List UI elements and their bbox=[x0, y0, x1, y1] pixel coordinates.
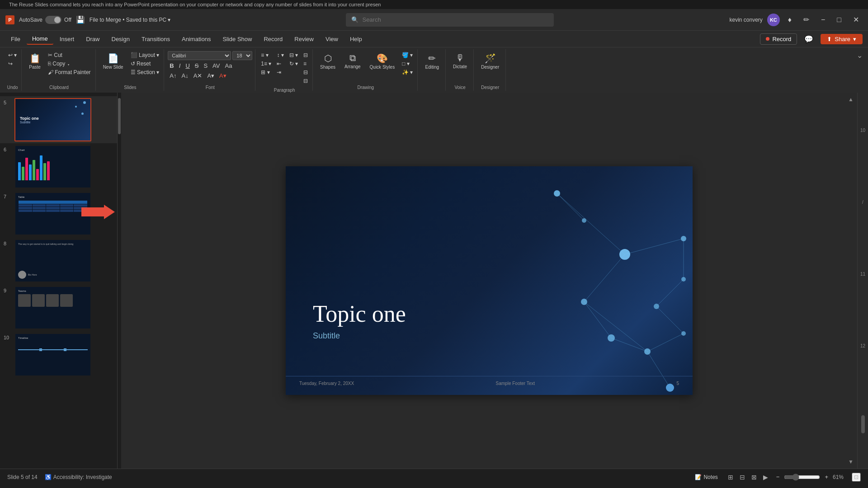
change-case-button[interactable]: Aa bbox=[223, 61, 234, 70]
slide-item-5[interactable]: 5 Topic one Subtitle bbox=[0, 96, 117, 143]
new-slide-button[interactable]: 📄 New Slide bbox=[99, 51, 127, 71]
italic-button[interactable]: I bbox=[177, 61, 183, 70]
voice-label: Voice bbox=[454, 84, 465, 91]
tab-slideshow[interactable]: Slide Show bbox=[217, 34, 257, 44]
slides-scroll-thumb[interactable] bbox=[118, 98, 121, 134]
zoom-slider[interactable] bbox=[784, 474, 820, 481]
maximize-button[interactable]: □ bbox=[833, 14, 845, 26]
close-button[interactable]: ✕ bbox=[849, 14, 863, 26]
pen-icon[interactable]: ✏ bbox=[800, 14, 813, 26]
indent-decrease-button[interactable]: ⇤ bbox=[275, 60, 285, 68]
normal-view-button[interactable]: ⊞ bbox=[725, 472, 736, 483]
ribbon-expand[interactable]: ⌄ bbox=[855, 49, 864, 91]
scroll-down-btn[interactable]: ▼ bbox=[848, 459, 854, 465]
right-panel-num: / bbox=[862, 200, 863, 205]
copy-button[interactable]: ⎘ Copy ▾ bbox=[46, 60, 93, 68]
group-paragraph: ≡ ▾ 1≡ ▾ ⊞ ▾ ↕ ▾ ⇤ ⇥ ⊟ ▾ ↻ ▾ ⊟ ≡ ⊟ ⊟ Par… bbox=[256, 49, 313, 91]
undo-button[interactable]: ↩ ▾ bbox=[6, 51, 19, 59]
scroll-up-btn[interactable]: ▲ bbox=[848, 96, 854, 103]
tab-insert[interactable]: Insert bbox=[54, 34, 80, 44]
slides-scrollbar[interactable] bbox=[118, 93, 121, 469]
font-family-select[interactable]: Calibri bbox=[168, 51, 231, 60]
share-button[interactable]: ⬆ Share ▾ bbox=[821, 34, 863, 44]
bold-button[interactable]: B bbox=[168, 61, 175, 70]
underline-button[interactable]: U bbox=[184, 61, 191, 70]
autosave-toggle[interactable] bbox=[45, 16, 61, 24]
slideshow-view-button[interactable]: ▶ bbox=[760, 472, 771, 483]
slide-item-9[interactable]: 9 Teams bbox=[0, 284, 117, 331]
slide-num-7: 7 bbox=[4, 192, 11, 199]
grow-font-button[interactable]: A↑ bbox=[168, 71, 178, 80]
strikethrough-button[interactable]: S bbox=[193, 61, 201, 70]
layout-button[interactable]: ⬛ Layout ▾ bbox=[129, 51, 161, 59]
shadow-button[interactable]: S bbox=[202, 61, 209, 70]
columns-button[interactable]: ⊞ ▾ bbox=[259, 68, 273, 76]
comments-icon[interactable]: 💬 bbox=[801, 33, 817, 45]
font-color-button[interactable]: A▾ bbox=[217, 71, 228, 80]
accessibility-button[interactable]: ♿ Accessibility: Investigate bbox=[45, 474, 112, 480]
format-painter-button[interactable]: 🖌 Format Painter bbox=[46, 68, 93, 76]
thumb-10-timeline bbox=[18, 348, 88, 351]
align-left-button[interactable]: ⊟ bbox=[302, 51, 310, 59]
tab-help[interactable]: Help bbox=[344, 34, 368, 44]
shapes-button[interactable]: ⬡ Shapes bbox=[316, 51, 339, 71]
tab-home[interactable]: Home bbox=[27, 33, 53, 45]
slide-item-8[interactable]: 8 The way to get started is to quit talk… bbox=[0, 237, 117, 284]
tab-record[interactable]: Record bbox=[258, 34, 288, 44]
tab-transitions[interactable]: Transitions bbox=[136, 34, 175, 44]
tab-review[interactable]: Review bbox=[289, 34, 319, 44]
slide-item-6[interactable]: 6 Chart bbox=[0, 143, 117, 190]
designer-button[interactable]: 🪄 Designer bbox=[477, 51, 503, 71]
numbering-button[interactable]: 1≡ ▾ bbox=[259, 60, 273, 68]
para-col-1: ≡ ▾ 1≡ ▾ ⊞ ▾ bbox=[259, 51, 273, 76]
tab-animations[interactable]: Animations bbox=[176, 34, 216, 44]
tab-draw[interactable]: Draw bbox=[80, 34, 105, 44]
slide-item-10[interactable]: 10 Timeline bbox=[0, 331, 117, 378]
user-avatar[interactable]: KC bbox=[767, 14, 780, 26]
section-button[interactable]: ☰ Section ▾ bbox=[129, 68, 161, 76]
text-direction-button[interactable]: ⊟ ▾ bbox=[288, 51, 300, 59]
font-size-select[interactable]: 18 bbox=[232, 51, 252, 60]
tab-design[interactable]: Design bbox=[106, 34, 135, 44]
shape-effects-button[interactable]: ✨ ▾ bbox=[400, 68, 415, 76]
indent-increase-button[interactable]: ⇥ bbox=[275, 68, 285, 76]
quick-styles-button[interactable]: 🎨 Quick Styles bbox=[366, 51, 399, 71]
slide-num-5: 5 bbox=[4, 98, 11, 105]
arrange-button[interactable]: ⧉ Arrange bbox=[341, 51, 364, 71]
notes-button[interactable]: 📝 Notes bbox=[691, 472, 721, 482]
tab-file[interactable]: File bbox=[5, 34, 26, 44]
clear-format-button[interactable]: A✕ bbox=[192, 71, 204, 80]
shrink-font-button[interactable]: A↓ bbox=[180, 71, 190, 80]
highlight-button[interactable]: A▾ bbox=[205, 71, 216, 80]
diamond-icon[interactable]: ♦ bbox=[784, 14, 795, 26]
shape-outline-button[interactable]: □ ▾ bbox=[400, 60, 415, 68]
paste-button[interactable]: 📋 Paste bbox=[25, 51, 44, 71]
record-button[interactable]: Record bbox=[760, 33, 797, 45]
justify-button[interactable]: ⊟ bbox=[302, 77, 310, 85]
editing-button[interactable]: ✏ Editing bbox=[421, 51, 443, 71]
zoom-fit-button[interactable]: ⊡ bbox=[852, 473, 861, 482]
line-spacing-button[interactable]: ↕ ▾ bbox=[275, 51, 285, 59]
zoom-in-button[interactable]: + bbox=[823, 473, 830, 481]
save-icon[interactable]: 💾 bbox=[76, 15, 85, 24]
svg-line-11 bbox=[656, 306, 684, 333]
bullets-button[interactable]: ≡ ▾ bbox=[259, 51, 273, 59]
cut-button[interactable]: ✂ Cut bbox=[46, 51, 93, 59]
shape-fill-button[interactable]: 🪣 ▾ bbox=[400, 51, 415, 59]
dictate-button[interactable]: 🎙 Dictate bbox=[449, 51, 471, 71]
align-center-button[interactable]: ≡ bbox=[302, 60, 310, 68]
char-spacing-button[interactable]: AV bbox=[211, 61, 222, 70]
tab-view[interactable]: View bbox=[320, 34, 344, 44]
zoom-out-button[interactable]: − bbox=[774, 473, 782, 481]
search-input[interactable] bbox=[362, 16, 548, 23]
minimize-button[interactable]: − bbox=[817, 14, 829, 26]
file-merge-label[interactable]: File to Merge • Saved to this PC ▾ bbox=[90, 17, 171, 23]
right-scrollbar-thumb[interactable] bbox=[861, 415, 865, 433]
network-nodes bbox=[554, 190, 686, 392]
align-right-button[interactable]: ⊟ bbox=[302, 68, 310, 76]
reset-button[interactable]: ↺ Reset bbox=[129, 60, 161, 68]
redo-button[interactable]: ↪ bbox=[6, 60, 19, 68]
reading-view-button[interactable]: ⊠ bbox=[749, 472, 760, 483]
convert-button[interactable]: ↻ ▾ bbox=[288, 60, 300, 68]
slide-sorter-button[interactable]: ⊟ bbox=[737, 472, 748, 483]
